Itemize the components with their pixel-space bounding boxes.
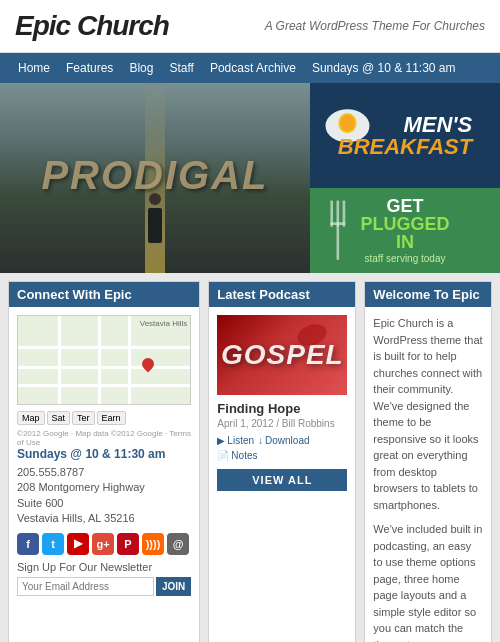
podcast-download-link[interactable]: ↓ Download: [258, 435, 309, 446]
map-btn-earn[interactable]: Earn: [97, 411, 126, 425]
welcome-text: Epic Church is a WordPress theme that is…: [373, 315, 483, 642]
map-btn-map[interactable]: Map: [17, 411, 45, 425]
map-copyright: ©2012 Google · Map data ©2012 Google · T…: [17, 429, 191, 447]
hero-plugged-in[interactable]: Get Plugged In staff serving today: [310, 188, 500, 273]
plugged-label: Plugged: [360, 215, 449, 233]
twitter-icon[interactable]: t: [42, 533, 64, 555]
nav-blog[interactable]: Blog: [121, 53, 161, 83]
map-vestavia-label: Vestavia Hills: [140, 319, 188, 328]
welcome-box: Welcome To Epic Epic Church is a WordPre…: [364, 281, 492, 642]
connect-box: Connect With Epic Vestavia Hills Map Sat: [8, 281, 200, 642]
nav-features[interactable]: Features: [58, 53, 121, 83]
map-road-v1: [58, 316, 61, 404]
hero-person: [140, 193, 170, 253]
site-tagline: A Great WordPress Theme For Churches: [265, 19, 485, 33]
podcast-title: Latest Podcast: [209, 282, 355, 307]
hero-mens-breakfast[interactable]: MEN'S BREAKFAST: [310, 83, 500, 188]
hero-section: PRODIGAL MEN'S BREAKFAST: [0, 83, 500, 273]
googleplus-icon[interactable]: g+: [92, 533, 114, 555]
get-label: Get: [360, 197, 449, 215]
map-road-v2: [98, 316, 101, 404]
email-icon[interactable]: @: [167, 533, 189, 555]
svg-rect-7: [337, 225, 340, 260]
connect-address: 205.555.8787 208 Montgomery HighwaySuite…: [17, 465, 191, 527]
podcast-view-all-button[interactable]: VIEW ALL: [217, 469, 347, 491]
podcast-actions: ▶ Listen ↓ Download 📄 Notes: [217, 435, 347, 461]
mens-breakfast-content: MEN'S BREAKFAST: [338, 114, 472, 158]
map-road-h3: [18, 384, 190, 387]
hero-sidebar: MEN'S BREAKFAST Get Plugged In staff: [310, 83, 500, 273]
nav-home[interactable]: Home: [10, 53, 58, 83]
youtube-icon[interactable]: ▶: [67, 533, 89, 555]
connect-phone: 205.555.8787: [17, 466, 84, 478]
map-btn-ter[interactable]: Ter: [72, 411, 95, 425]
nav-sundays[interactable]: Sundays @ 10 & 11:30 am: [304, 53, 464, 83]
welcome-para2: We've included built in podcasting, an e…: [373, 521, 483, 642]
hero-person-head: [149, 193, 161, 205]
play-icon: ▶: [217, 435, 225, 446]
plugged-in-content: Get Plugged In staff serving today: [360, 197, 449, 264]
newsletter-form: JOIN: [17, 577, 191, 596]
facebook-icon[interactable]: f: [17, 533, 39, 555]
map-bg: [18, 316, 190, 404]
connect-hours: Sundays @ 10 & 11:30 am: [17, 447, 191, 461]
hero-person-body: [148, 208, 162, 243]
fork-icon: [325, 196, 355, 266]
podcast-episode-meta: April 1, 2012 / Bill Robbins: [217, 418, 347, 429]
newsletter-input[interactable]: [17, 577, 154, 596]
map-road-h2: [18, 366, 190, 369]
rss-icon[interactable]: )))): [142, 533, 164, 555]
social-icons: f t ▶ g+ P )))) @: [17, 533, 191, 555]
podcast-image[interactable]: GOSPEL: [217, 315, 347, 395]
hero-main[interactable]: PRODIGAL: [0, 83, 310, 273]
map-btn-sat[interactable]: Sat: [47, 411, 71, 425]
podcast-gospel-text: GOSPEL: [221, 339, 344, 371]
hero-prodigal-text: PRODIGAL: [41, 153, 268, 198]
breakfast-label: BREAKFAST: [338, 136, 472, 158]
nav-podcast[interactable]: Podcast Archive: [202, 53, 304, 83]
site-title: Epic Church: [15, 10, 169, 42]
newsletter-join-button[interactable]: JOIN: [156, 577, 191, 596]
map-pin-head: [140, 356, 157, 373]
map-road-h1: [18, 346, 190, 349]
notes-icon: 📄: [217, 450, 229, 461]
map-road-v3: [128, 316, 131, 404]
welcome-para1: Epic Church is a WordPress theme that is…: [373, 315, 483, 513]
map-buttons: Map Sat Ter Earn: [17, 411, 191, 425]
site-header: Epic Church A Great WordPress Theme For …: [0, 0, 500, 53]
podcast-episode-title: Finding Hope: [217, 401, 347, 416]
three-columns: Connect With Epic Vestavia Hills Map Sat: [0, 273, 500, 642]
map-container[interactable]: Vestavia Hills: [17, 315, 191, 405]
welcome-title: Welcome To Epic: [365, 282, 491, 307]
site-nav: Home Features Blog Staff Podcast Archive…: [0, 53, 500, 83]
in-label: In: [360, 233, 449, 251]
map-pin: [141, 358, 155, 376]
pinterest-icon[interactable]: P: [117, 533, 139, 555]
download-icon: ↓: [258, 435, 263, 446]
svg-rect-6: [330, 222, 345, 225]
newsletter-label: Sign Up For Our Newsletter: [17, 561, 191, 573]
nav-staff[interactable]: Staff: [161, 53, 201, 83]
connect-title: Connect With Epic: [9, 282, 199, 307]
podcast-notes-link[interactable]: 📄 Notes: [217, 450, 257, 461]
podcast-box: Latest Podcast GOSPEL Finding Hope April…: [208, 281, 356, 642]
staff-label: staff serving today: [360, 253, 449, 264]
podcast-listen-link[interactable]: ▶ Listen: [217, 435, 254, 446]
mens-label: MEN'S: [338, 114, 472, 136]
